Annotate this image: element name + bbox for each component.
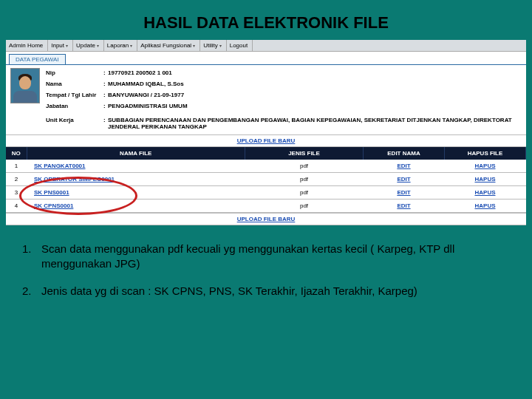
table-row: 2SK OPERATOR SIMPEG0001pdfEDITHAPUS (6, 173, 526, 186)
cell-nama-file: SK CPNS0001 (27, 200, 245, 213)
upload-file-link[interactable]: UPLOAD FILE BARU (237, 216, 296, 222)
value-nama: MUHAMMAD IQBAL, S.Sos (108, 81, 522, 87)
cell-jenis-file: pdf (245, 173, 364, 186)
note-number: 1. (22, 242, 35, 272)
avatar (10, 68, 40, 103)
cell-no: 2 (6, 173, 27, 186)
hapus-link[interactable]: HAPUS (474, 176, 495, 183)
menu-label: Update (76, 42, 95, 49)
cell-hapus: HAPUS (445, 200, 526, 213)
app-screenshot-panel: Admin Home Input▾ Update▾ Laporan▾ Aplik… (6, 40, 526, 225)
menu-aplikasi-fungsional[interactable]: Aplikasi Fungsional▾ (137, 40, 200, 51)
cell-nama-file: SK OPERATOR SIMPEG0001 (27, 173, 245, 186)
upload-file-link[interactable]: UPLOAD FILE BARU (237, 137, 296, 144)
th-jenis-file: JENIS FILE (245, 147, 364, 160)
menubar: Admin Home Input▾ Update▾ Laporan▾ Aplik… (6, 40, 526, 52)
edit-link[interactable]: EDIT (397, 176, 410, 183)
cell-jenis-file: pdf (245, 160, 364, 173)
upload-file-bar-bottom: UPLOAD FILE BARU (6, 213, 526, 225)
label-nip: Nip (46, 69, 103, 76)
note-number: 2. (22, 284, 35, 299)
value-unit-kerja: SUBBAGIAN PERENCANAAN DAN PENGEMBANGAN P… (108, 117, 522, 130)
label-nama: Nama (46, 81, 103, 87)
cell-hapus: HAPUS (445, 173, 526, 186)
label-jabatan: Jabatan (46, 103, 103, 109)
cell-edit: EDIT (364, 160, 445, 173)
file-link[interactable]: SK OPERATOR SIMPEG0001 (34, 176, 115, 183)
tab-strip: DATA PEGAWAI (6, 52, 526, 65)
menu-laporan[interactable]: Laporan▾ (104, 40, 137, 51)
edit-link[interactable]: EDIT (397, 163, 410, 169)
tab-data-pegawai[interactable]: DATA PEGAWAI (9, 54, 66, 64)
slide-title: HASIL DATA ELEKTRONIK FILE (0, 0, 532, 40)
note-text: Scan data menggunakan pdf kecuali yg men… (41, 242, 510, 272)
label-unit-kerja: Unit Kerja (46, 117, 103, 130)
cell-edit: EDIT (364, 200, 445, 213)
upload-file-bar-top: UPLOAD FILE BARU (6, 134, 526, 147)
menu-admin-home[interactable]: Admin Home (6, 40, 48, 51)
menu-label: Input (51, 42, 64, 49)
edit-link[interactable]: EDIT (397, 189, 410, 196)
chevron-down-icon: ▾ (130, 43, 132, 48)
file-link[interactable]: SK PANGKAT0001 (34, 163, 86, 169)
menu-label: Laporan (107, 42, 129, 49)
value-nip: 19770921 200502 1 001 (108, 69, 522, 76)
th-no: NO (6, 147, 27, 160)
table-row: 4SK CPNS0001pdfEDITHAPUS (6, 200, 526, 213)
cell-nama-file: SK PNS0001 (27, 186, 245, 200)
cell-edit: EDIT (364, 186, 445, 200)
file-link[interactable]: SK CPNS0001 (34, 202, 73, 209)
note-item: 2. Jenis data yg di scan : SK CPNS, PNS,… (22, 284, 510, 299)
note-text: Jenis data yg di scan : SK CPNS, PNS, SK… (41, 284, 417, 299)
chevron-down-icon: ▾ (219, 43, 222, 48)
note-item: 1. Scan data menggunakan pdf kecuali yg … (22, 242, 510, 272)
file-table: NO NAMA FILE JENIS FILE EDIT NAMA HAPUS … (6, 147, 526, 213)
chevron-down-icon: ▾ (66, 43, 68, 48)
menu-label: Utility (203, 42, 218, 49)
menu-label: Admin Home (9, 42, 43, 49)
cell-hapus: HAPUS (445, 160, 526, 173)
th-hapus-file: HAPUS FILE (445, 147, 526, 160)
menu-utility[interactable]: Utility▾ (200, 40, 227, 51)
cell-no: 1 (6, 160, 27, 173)
label-ttl: Tempat / Tgl Lahir (46, 92, 103, 98)
table-row: 3SK PNS0001pdfEDITHAPUS (6, 186, 526, 200)
table-row: 1SK PANGKAT0001pdfEDITHAPUS (6, 160, 526, 173)
edit-link[interactable]: EDIT (397, 202, 410, 209)
chevron-down-icon: ▾ (97, 43, 99, 48)
th-edit-nama: EDIT NAMA (364, 147, 445, 160)
th-nama-file: NAMA FILE (27, 147, 245, 160)
slide-notes: 1. Scan data menggunakan pdf kecuali yg … (0, 225, 532, 299)
hapus-link[interactable]: HAPUS (474, 189, 495, 196)
menu-label: Logout (230, 42, 248, 49)
hapus-link[interactable]: HAPUS (474, 163, 495, 169)
chevron-down-icon: ▾ (193, 43, 195, 48)
value-ttl: BANYUWANGI / 21-09-1977 (108, 92, 522, 98)
menu-input[interactable]: Input▾ (48, 40, 73, 51)
cell-edit: EDIT (364, 173, 445, 186)
cell-hapus: HAPUS (445, 186, 526, 200)
cell-nama-file: SK PANGKAT0001 (27, 160, 245, 173)
file-link[interactable]: SK PNS0001 (34, 189, 69, 196)
cell-no: 4 (6, 200, 27, 213)
menu-update[interactable]: Update▾ (73, 40, 104, 51)
hapus-link[interactable]: HAPUS (474, 202, 495, 209)
menu-label: Aplikasi Fungsional (140, 42, 191, 49)
cell-no: 3 (6, 186, 27, 200)
cell-jenis-file: pdf (245, 200, 364, 213)
menu-logout[interactable]: Logout (227, 40, 253, 51)
cell-jenis-file: pdf (245, 186, 364, 200)
employee-info-block: Nip:19770921 200502 1 001 Nama:MUHAMMAD … (6, 65, 526, 111)
value-jabatan: PENGADMINISTRASI UMUM (108, 103, 522, 109)
